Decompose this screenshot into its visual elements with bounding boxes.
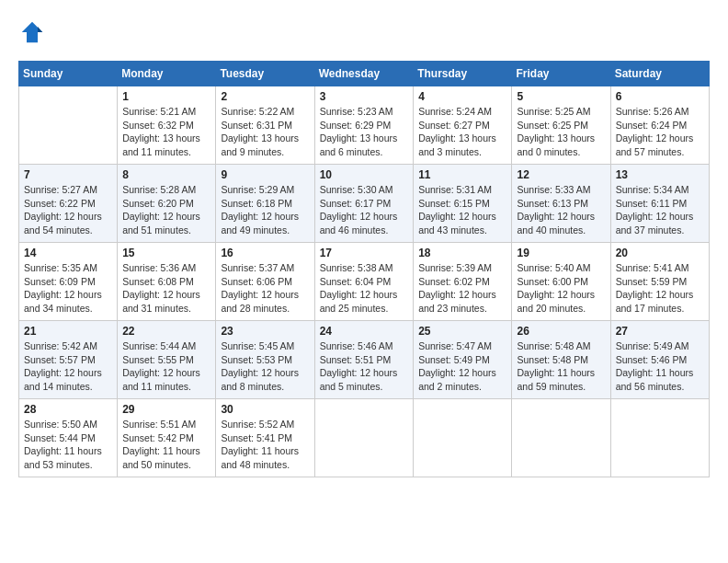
day-cell-7: 7Sunrise: 5:27 AM Sunset: 6:22 PM Daylig… (19, 165, 118, 243)
day-cell-5: 5Sunrise: 5:25 AM Sunset: 6:25 PM Daylig… (512, 86, 610, 165)
day-info: Sunrise: 5:46 AM Sunset: 5:51 PM Dayligh… (320, 339, 409, 394)
day-cell-4: 4Sunrise: 5:24 AM Sunset: 6:27 PM Daylig… (414, 86, 512, 165)
day-cell-13: 13Sunrise: 5:34 AM Sunset: 6:11 PM Dayli… (610, 165, 709, 243)
calendar-table: SundayMondayTuesdayWednesdayThursdayFrid… (18, 61, 710, 477)
day-info: Sunrise: 5:47 AM Sunset: 5:49 PM Dayligh… (418, 339, 506, 394)
day-info: Sunrise: 5:22 AM Sunset: 6:31 PM Dayligh… (221, 105, 309, 159)
day-info: Sunrise: 5:30 AM Sunset: 6:17 PM Dayligh… (320, 183, 409, 237)
day-number: 25 (418, 325, 506, 338)
column-header-monday: Monday (118, 62, 216, 86)
week-row-2: 7Sunrise: 5:27 AM Sunset: 6:22 PM Daylig… (19, 165, 710, 243)
day-number: 17 (320, 247, 409, 259)
day-number: 27 (616, 325, 704, 338)
column-header-sunday: Sunday (19, 62, 118, 86)
day-info: Sunrise: 5:37 AM Sunset: 6:06 PM Dayligh… (221, 261, 309, 316)
day-info: Sunrise: 5:48 AM Sunset: 5:48 PM Dayligh… (517, 339, 605, 394)
day-number: 2 (221, 90, 309, 103)
day-cell-11: 11Sunrise: 5:31 AM Sunset: 6:15 PM Dayli… (414, 165, 512, 243)
day-number: 20 (616, 247, 704, 259)
column-header-saturday: Saturday (610, 62, 709, 86)
logo (18, 18, 50, 46)
week-row-5: 28Sunrise: 5:50 AM Sunset: 5:44 PM Dayli… (19, 399, 710, 477)
day-info: Sunrise: 5:31 AM Sunset: 6:15 PM Dayligh… (418, 183, 506, 237)
column-header-tuesday: Tuesday (216, 62, 314, 86)
day-cell-29: 29Sunrise: 5:51 AM Sunset: 5:42 PM Dayli… (118, 399, 216, 477)
empty-cell (414, 399, 512, 477)
day-number: 11 (418, 168, 506, 181)
day-info: Sunrise: 5:21 AM Sunset: 6:32 PM Dayligh… (122, 105, 210, 159)
day-number: 8 (122, 168, 210, 181)
week-row-1: 1Sunrise: 5:21 AM Sunset: 6:32 PM Daylig… (19, 86, 710, 165)
day-number: 16 (221, 247, 309, 259)
svg-marker-1 (38, 27, 42, 32)
day-number: 26 (517, 325, 605, 338)
day-cell-16: 16Sunrise: 5:37 AM Sunset: 6:06 PM Dayli… (216, 243, 314, 321)
day-info: Sunrise: 5:24 AM Sunset: 6:27 PM Dayligh… (418, 105, 506, 159)
day-number: 29 (122, 403, 210, 416)
day-number: 10 (320, 168, 409, 181)
day-cell-14: 14Sunrise: 5:35 AM Sunset: 6:09 PM Dayli… (19, 243, 118, 321)
day-number: 22 (122, 325, 210, 338)
column-header-friday: Friday (512, 62, 610, 86)
day-info: Sunrise: 5:26 AM Sunset: 6:24 PM Dayligh… (616, 105, 704, 159)
day-cell-22: 22Sunrise: 5:44 AM Sunset: 5:55 PM Dayli… (118, 321, 216, 399)
day-info: Sunrise: 5:23 AM Sunset: 6:29 PM Dayligh… (320, 105, 409, 159)
day-cell-10: 10Sunrise: 5:30 AM Sunset: 6:17 PM Dayli… (314, 165, 414, 243)
empty-cell (19, 86, 118, 165)
day-info: Sunrise: 5:29 AM Sunset: 6:18 PM Dayligh… (221, 183, 309, 237)
day-cell-18: 18Sunrise: 5:39 AM Sunset: 6:02 PM Dayli… (414, 243, 512, 321)
column-header-wednesday: Wednesday (314, 62, 414, 86)
day-cell-8: 8Sunrise: 5:28 AM Sunset: 6:20 PM Daylig… (118, 165, 216, 243)
day-number: 18 (418, 247, 506, 259)
page-header (18, 18, 710, 46)
day-number: 4 (418, 90, 506, 103)
day-number: 15 (122, 247, 210, 259)
day-cell-3: 3Sunrise: 5:23 AM Sunset: 6:29 PM Daylig… (314, 86, 414, 165)
day-cell-27: 27Sunrise: 5:49 AM Sunset: 5:46 PM Dayli… (610, 321, 709, 399)
day-cell-21: 21Sunrise: 5:42 AM Sunset: 5:57 PM Dayli… (19, 321, 118, 399)
day-number: 28 (24, 403, 112, 416)
empty-cell (610, 399, 709, 477)
day-number: 23 (221, 325, 309, 338)
day-number: 30 (221, 403, 309, 416)
day-number: 9 (221, 168, 309, 181)
day-cell-15: 15Sunrise: 5:36 AM Sunset: 6:08 PM Dayli… (118, 243, 216, 321)
day-cell-2: 2Sunrise: 5:22 AM Sunset: 6:31 PM Daylig… (216, 86, 314, 165)
day-info: Sunrise: 5:34 AM Sunset: 6:11 PM Dayligh… (616, 183, 704, 237)
week-row-4: 21Sunrise: 5:42 AM Sunset: 5:57 PM Dayli… (19, 321, 710, 399)
day-cell-1: 1Sunrise: 5:21 AM Sunset: 6:32 PM Daylig… (118, 86, 216, 165)
day-info: Sunrise: 5:51 AM Sunset: 5:42 PM Dayligh… (122, 418, 210, 472)
day-info: Sunrise: 5:44 AM Sunset: 5:55 PM Dayligh… (122, 339, 210, 394)
day-number: 3 (320, 90, 409, 103)
day-cell-9: 9Sunrise: 5:29 AM Sunset: 6:18 PM Daylig… (216, 165, 314, 243)
day-info: Sunrise: 5:27 AM Sunset: 6:22 PM Dayligh… (24, 183, 112, 237)
day-number: 6 (616, 90, 704, 103)
day-cell-26: 26Sunrise: 5:48 AM Sunset: 5:48 PM Dayli… (512, 321, 610, 399)
day-info: Sunrise: 5:39 AM Sunset: 6:02 PM Dayligh… (418, 261, 506, 316)
day-cell-25: 25Sunrise: 5:47 AM Sunset: 5:49 PM Dayli… (414, 321, 512, 399)
column-header-thursday: Thursday (414, 62, 512, 86)
day-cell-28: 28Sunrise: 5:50 AM Sunset: 5:44 PM Dayli… (19, 399, 118, 477)
day-number: 7 (24, 168, 112, 181)
day-info: Sunrise: 5:40 AM Sunset: 6:00 PM Dayligh… (517, 261, 605, 316)
day-number: 12 (517, 168, 605, 181)
day-cell-30: 30Sunrise: 5:52 AM Sunset: 5:41 PM Dayli… (216, 399, 314, 477)
day-number: 24 (320, 325, 409, 338)
day-info: Sunrise: 5:41 AM Sunset: 5:59 PM Dayligh… (616, 261, 704, 316)
day-info: Sunrise: 5:38 AM Sunset: 6:04 PM Dayligh… (320, 261, 409, 316)
week-row-3: 14Sunrise: 5:35 AM Sunset: 6:09 PM Dayli… (19, 243, 710, 321)
day-number: 21 (24, 325, 112, 338)
day-info: Sunrise: 5:35 AM Sunset: 6:09 PM Dayligh… (24, 261, 112, 316)
day-info: Sunrise: 5:49 AM Sunset: 5:46 PM Dayligh… (616, 339, 704, 394)
day-cell-19: 19Sunrise: 5:40 AM Sunset: 6:00 PM Dayli… (512, 243, 610, 321)
day-number: 13 (616, 168, 704, 181)
day-number: 14 (24, 247, 112, 259)
calendar-header-row: SundayMondayTuesdayWednesdayThursdayFrid… (19, 62, 710, 86)
day-info: Sunrise: 5:52 AM Sunset: 5:41 PM Dayligh… (221, 418, 309, 472)
day-info: Sunrise: 5:45 AM Sunset: 5:53 PM Dayligh… (221, 339, 309, 394)
day-info: Sunrise: 5:36 AM Sunset: 6:08 PM Dayligh… (122, 261, 210, 316)
day-info: Sunrise: 5:42 AM Sunset: 5:57 PM Dayligh… (24, 339, 112, 394)
day-number: 1 (122, 90, 210, 103)
day-number: 5 (517, 90, 605, 103)
day-info: Sunrise: 5:25 AM Sunset: 6:25 PM Dayligh… (517, 105, 605, 159)
